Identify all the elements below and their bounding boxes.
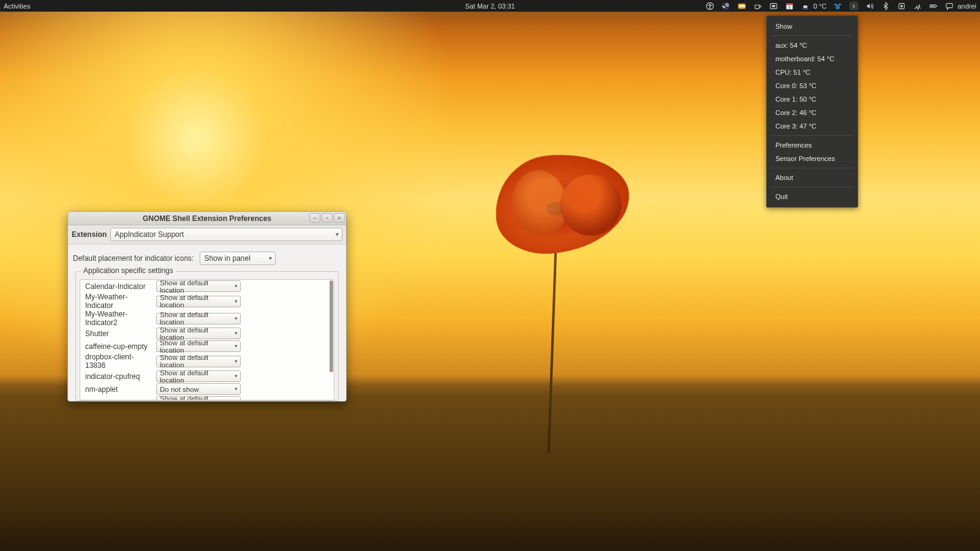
app-name-cell: Calendar-Indicator [80, 280, 154, 293]
app-placement-value: Do not show [160, 386, 199, 393]
psensor-popup-menu: Show aux: 54 °C motherboard: 54 °C CPU: … [766, 15, 858, 208]
table-row: Calendar-IndicatorShow at default locati… [80, 280, 334, 293]
app-specific-group: Application specific settings Calendar-I… [75, 271, 339, 401]
app-name-cell: dropbox-client-13836 [80, 353, 154, 370]
chevron-down-icon: ▾ [235, 399, 238, 400]
menu-item-preferences[interactable]: Preferences [767, 138, 858, 152]
app-placement-dropdown[interactable]: Show at default location▾ [156, 296, 241, 307]
sensor-reading[interactable]: motherboard: 54 °C [767, 52, 858, 66]
app-placement-dropdown[interactable]: Do not show▾ [156, 383, 241, 395]
sensor-reading[interactable]: CPU: 51 °C [767, 66, 858, 79]
sensor-reading[interactable]: Core 1: 50 °C [767, 92, 858, 106]
menu-item-quit[interactable]: Quit [767, 190, 858, 203]
app-placement-value: Show at default location [160, 294, 229, 309]
chevron-down-icon: ▾ [235, 283, 238, 289]
svg-text:2: 2 [788, 4, 791, 9]
app-name-cell: Shutter [80, 327, 154, 340]
calendar-indicator-icon[interactable]: 2 [785, 2, 794, 10]
app-placement-value: Show at default location [160, 311, 229, 326]
weather-indicator-icon[interactable] [737, 2, 746, 10]
svg-point-1 [709, 4, 710, 5]
menu-separator [772, 135, 853, 136]
app-placement-dropdown[interactable]: Show at default location▾ [156, 313, 241, 324]
sensor-reading[interactable]: Core 3: 47 °C [767, 119, 858, 133]
chevron-down-icon: ▾ [235, 330, 238, 336]
app-name-cell: caffeine-cup-empty [80, 340, 154, 353]
sensor-reading[interactable]: Core 2: 46 °C [767, 106, 858, 119]
app-placement-value: Show at default location [160, 339, 229, 354]
accessibility-icon[interactable] [706, 2, 714, 10]
table-row: ShutterShow at default location▾ [80, 327, 334, 340]
bluetooth-icon[interactable] [881, 2, 890, 10]
app-placement-value: Show at default location [160, 395, 229, 401]
table-row: indicator-cpufreqShow at default locatio… [80, 370, 334, 383]
menu-item-show[interactable]: Show [767, 20, 858, 33]
default-placement-label: Default placement for indicator icons: [73, 254, 194, 263]
svg-point-14 [854, 7, 854, 7]
chevron-down-icon: ▾ [269, 255, 272, 261]
chevron-down-icon: ▾ [235, 373, 238, 379]
app-placement-value: Show at default location [160, 279, 229, 294]
extension-selector[interactable]: AppIndicator Support ▾ [110, 228, 342, 241]
table-row: My-Weather-IndicatorShow at default loca… [80, 293, 334, 310]
menu-item-about[interactable]: About [767, 171, 858, 184]
extension-preferences-window: GNOME Shell Extension Preferences – ▫ × … [67, 211, 347, 402]
extension-label: Extension [70, 230, 107, 239]
table-row: psensorShow at default location▾ [80, 395, 334, 400]
app-placement-dropdown[interactable]: Show at default location▾ [156, 340, 241, 352]
chevron-down-icon: ▾ [235, 358, 238, 364]
default-placement-dropdown[interactable]: Show in panel ▾ [200, 252, 276, 265]
table-row: My-Weather-Indicator2Show at default loc… [80, 310, 334, 327]
dropbox-icon[interactable] [834, 2, 842, 10]
app-placement-dropdown[interactable]: Show at default location▾ [156, 370, 241, 382]
app-name-cell: psensor [80, 395, 154, 400]
svg-point-6 [739, 4, 742, 7]
window-title: GNOME Shell Extension Preferences [68, 214, 346, 223]
shutter-icon[interactable] [769, 2, 778, 10]
app-placement-dropdown[interactable]: Show at default location▾ [156, 396, 241, 400]
window-close-button[interactable]: × [334, 213, 345, 223]
top-bar: Activities Sat Mar 2, 03:31 2 0 °C andre… [0, 0, 892, 12]
menu-item-sensor-preferences[interactable]: Sensor Preferences [767, 152, 858, 165]
app-placement-dropdown[interactable]: Show at default location▾ [156, 328, 241, 339]
app-specific-group-label: Application specific settings [81, 266, 176, 275]
table-row: caffeine-cup-emptyShow at default locati… [80, 340, 334, 353]
window-minimize-button[interactable]: – [309, 213, 320, 223]
app-placement-dropdown[interactable]: Show at default location▾ [156, 280, 241, 292]
sensor-reading[interactable]: Core 0: 53 °C [767, 79, 858, 92]
extension-selector-value: AppIndicator Support [115, 230, 184, 239]
scrollbar-thumb[interactable] [330, 280, 333, 372]
app-name-cell: My-Weather-Indicator2 [80, 310, 154, 327]
default-placement-value: Show in panel [204, 254, 250, 263]
window-titlebar[interactable]: GNOME Shell Extension Preferences – ▫ × [68, 212, 346, 225]
volume-icon[interactable] [865, 2, 874, 10]
window-maximize-button[interactable]: ▫ [322, 213, 333, 223]
caffeine-icon[interactable] [753, 2, 762, 10]
psensor-temp-icon[interactable] [850, 2, 858, 10]
app-name-cell: indicator-cpufreq [80, 370, 154, 383]
app-settings-table: Calendar-IndicatorShow at default locati… [80, 280, 334, 400]
table-row: dropbox-client-13836Show at default loca… [80, 353, 334, 370]
vertical-scrollbar[interactable] [330, 280, 333, 399]
system-tray: 2 0 °C andrei [706, 2, 892, 10]
app-name-cell: My-Weather-Indicator [80, 293, 154, 310]
chevron-down-icon: ▾ [235, 315, 238, 321]
activities-button[interactable]: Activities [4, 2, 30, 10]
weather-icon [801, 2, 810, 10]
app-placement-dropdown[interactable]: Show at default location▾ [156, 356, 241, 367]
menu-separator [772, 168, 853, 168]
app-placement-value: Show at default location [160, 354, 229, 369]
weather-temp-indicator[interactable]: 0 °C [801, 2, 827, 10]
menu-separator [772, 187, 853, 187]
weather-temp-label: 0 °C [813, 2, 827, 10]
steam-icon[interactable] [722, 2, 730, 10]
chevron-down-icon: ▾ [235, 298, 238, 304]
clock[interactable]: Sat Mar 2, 03:31 [465, 2, 514, 10]
chevron-down-icon: ▾ [235, 343, 238, 349]
table-row: nm-appletDo not show▾ [80, 383, 334, 395]
app-name-cell: nm-applet [80, 383, 154, 395]
chevron-down-icon: ▾ [235, 386, 238, 392]
menu-separator [772, 36, 853, 36]
svg-rect-8 [772, 5, 775, 7]
sensor-reading[interactable]: aux: 54 °C [767, 39, 858, 52]
